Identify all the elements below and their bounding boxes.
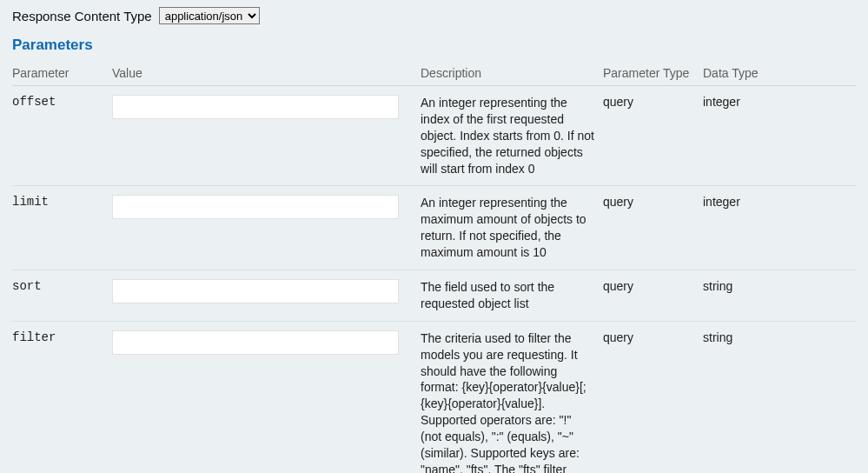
col-header-parameter: Parameter <box>12 61 112 86</box>
table-row: sort The field used to sort the requeste… <box>12 270 856 322</box>
param-description-cell: An integer representing the index of the… <box>421 86 603 186</box>
param-value-cell <box>112 86 421 186</box>
param-value-cell <box>112 321 421 473</box>
response-content-type-select[interactable]: application/json <box>159 7 260 24</box>
parameters-table: Parameter Value Description Parameter Ty… <box>12 61 856 473</box>
table-row: limit An integer representing the maximu… <box>12 186 856 270</box>
parameters-header-row: Parameter Value Description Parameter Ty… <box>12 61 856 86</box>
response-content-type-row: Response Content Type application/json <box>12 7 856 24</box>
param-limit-input[interactable] <box>112 195 399 219</box>
param-datatype-cell: string <box>703 270 856 322</box>
param-datatype-cell: integer <box>703 186 856 270</box>
response-content-type-label: Response Content Type <box>12 9 152 23</box>
param-name-cell: filter <box>12 321 112 473</box>
col-header-value: Value <box>112 61 421 86</box>
col-header-description: Description <box>421 61 603 86</box>
col-header-parameter-type: Parameter Type <box>603 61 703 86</box>
param-type-cell: query <box>603 86 703 186</box>
param-filter-input[interactable] <box>112 330 399 355</box>
param-offset-input[interactable] <box>112 95 399 119</box>
param-value-cell <box>112 186 421 270</box>
parameters-heading: Parameters <box>12 37 856 54</box>
param-name-cell: offset <box>12 86 112 186</box>
param-description-cell: The criteria used to filter the models y… <box>421 321 603 473</box>
param-description-cell: The field used to sort the requested obj… <box>421 270 603 322</box>
param-name-cell: limit <box>12 186 112 270</box>
param-name-cell: sort <box>12 270 112 322</box>
table-row: offset An integer representing the index… <box>12 86 856 186</box>
param-value-cell <box>112 270 421 322</box>
param-datatype-cell: integer <box>703 86 856 186</box>
param-type-cell: query <box>603 321 703 473</box>
param-sort-input[interactable] <box>112 279 399 303</box>
param-type-cell: query <box>603 186 703 270</box>
param-description-cell: An integer representing the maximum amou… <box>421 186 603 270</box>
param-datatype-cell: string <box>703 321 856 473</box>
api-parameters-panel: Response Content Type application/json P… <box>0 0 868 473</box>
col-header-data-type: Data Type <box>703 61 856 86</box>
param-type-cell: query <box>603 270 703 322</box>
table-row: filter The criteria used to filter the m… <box>12 321 856 473</box>
